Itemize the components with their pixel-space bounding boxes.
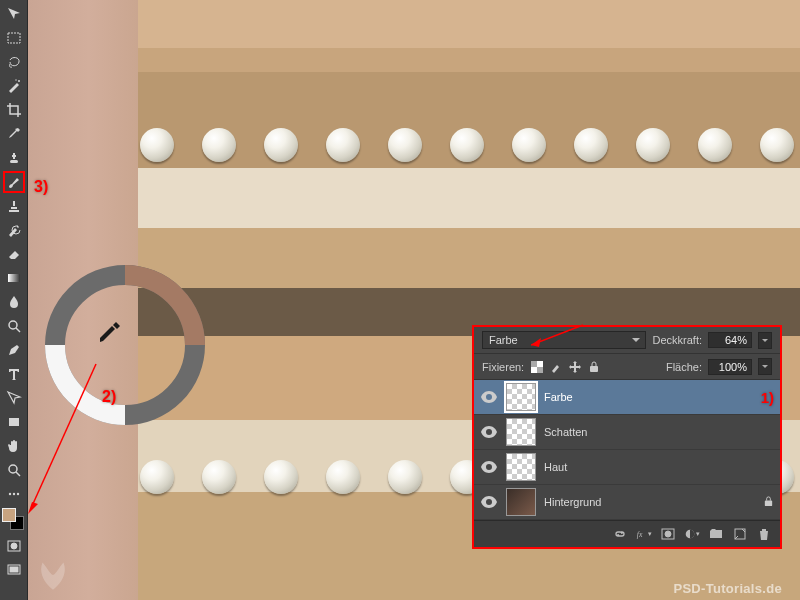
svg-point-10 [16, 493, 18, 495]
svg-rect-4 [8, 274, 20, 282]
lock-position-icon[interactable] [568, 360, 582, 374]
visibility-toggle-icon[interactable] [480, 496, 498, 508]
color-swatches[interactable] [2, 508, 26, 534]
hand-tool[interactable] [3, 435, 25, 457]
move-tool[interactable] [3, 3, 25, 25]
delete-layer-icon[interactable] [756, 526, 772, 542]
opacity-slider-button[interactable] [758, 332, 772, 349]
fill-label: Fläche: [666, 361, 702, 373]
layer-thumbnail[interactable] [506, 383, 536, 411]
svg-line-18 [531, 325, 583, 345]
layer-name[interactable]: Farbe [544, 391, 753, 403]
layer-thumbnail[interactable] [506, 453, 536, 481]
clone-stamp-tool[interactable] [3, 195, 25, 217]
layers-panel-footer: fx▾ ▾ [474, 520, 780, 547]
pearl [326, 460, 360, 494]
rectangle-tool[interactable] [3, 411, 25, 433]
zoom-tool[interactable] [3, 459, 25, 481]
pen-tool[interactable] [3, 339, 25, 361]
annotation-1: 1) [761, 389, 774, 406]
crop-tool[interactable] [3, 99, 25, 121]
svg-point-2 [15, 79, 16, 80]
svg-point-27 [665, 531, 671, 537]
svg-rect-14 [10, 567, 18, 572]
pearl [264, 460, 298, 494]
opacity-input[interactable]: 64% [708, 332, 752, 348]
pearl [202, 460, 236, 494]
svg-rect-24 [765, 500, 772, 506]
layer-row[interactable]: Schatten [474, 415, 780, 450]
layer-name[interactable]: Haut [544, 461, 774, 473]
screen-mode-toggle[interactable] [3, 559, 25, 581]
lock-label: Fixieren: [482, 361, 524, 373]
layer-name[interactable]: Hintergrund [544, 496, 755, 508]
blend-mode-dropdown[interactable]: Farbe [482, 331, 646, 349]
pearl [140, 128, 174, 162]
layer-thumbnail[interactable] [506, 488, 536, 516]
eraser-tool[interactable] [3, 243, 25, 265]
brush-tool[interactable] [3, 171, 25, 193]
svg-rect-23 [590, 366, 598, 372]
svg-rect-0 [8, 33, 20, 43]
foreground-color-swatch[interactable] [2, 508, 16, 522]
svg-rect-21 [531, 361, 537, 367]
dodge-tool[interactable] [3, 315, 25, 337]
pearl [264, 128, 298, 162]
spot-healing-brush-tool[interactable] [3, 147, 25, 169]
svg-point-7 [9, 465, 17, 473]
quick-mask-toggle[interactable] [3, 535, 25, 557]
pearl [450, 128, 484, 162]
watermark-logo [30, 553, 76, 595]
adjustment-layer-icon[interactable]: ▾ [684, 526, 700, 542]
pearl [140, 460, 174, 494]
opacity-label: Deckkraft: [652, 334, 702, 346]
edit-toolbar[interactable] [3, 483, 25, 505]
fill-input[interactable]: 100% [708, 359, 752, 375]
layer-mask-icon[interactable] [660, 526, 676, 542]
tools-toolbar [0, 0, 28, 600]
lock-image-icon[interactable] [549, 360, 563, 374]
svg-rect-6 [9, 418, 19, 426]
eyedropper-tool[interactable] [3, 123, 25, 145]
pearl [698, 128, 732, 162]
svg-point-1 [18, 80, 20, 82]
magic-wand-tool[interactable] [3, 75, 25, 97]
lasso-tool[interactable] [3, 51, 25, 73]
blend-mode-value: Farbe [489, 334, 518, 346]
visibility-toggle-icon[interactable] [480, 461, 498, 473]
layer-style-icon[interactable]: fx▾ [636, 526, 652, 542]
gradient-tool[interactable] [3, 267, 25, 289]
link-layers-icon[interactable] [612, 526, 628, 542]
annotation-arrow-1 [531, 320, 591, 350]
svg-text:fx: fx [637, 530, 643, 539]
pearl [326, 128, 360, 162]
svg-rect-3 [10, 160, 18, 163]
layer-name[interactable]: Schatten [544, 426, 774, 438]
svg-rect-22 [537, 367, 543, 373]
path-selection-tool[interactable] [3, 387, 25, 409]
color-sample-ring [40, 260, 210, 430]
watermark-text: PSD-Tutorials.de [673, 581, 782, 596]
layer-row[interactable]: Haut [474, 450, 780, 485]
layer-row[interactable]: Farbe 1) [474, 380, 780, 415]
pearl [388, 128, 422, 162]
annotation-2: 2) [102, 388, 116, 406]
visibility-toggle-icon[interactable] [480, 391, 498, 403]
fill-slider-button[interactable] [758, 358, 772, 375]
layer-group-icon[interactable] [708, 526, 724, 542]
visibility-toggle-icon[interactable] [480, 426, 498, 438]
pearl [760, 128, 794, 162]
svg-point-12 [11, 543, 17, 549]
pearl [574, 128, 608, 162]
pearl-row [140, 128, 800, 164]
layer-row[interactable]: Hintergrund [474, 485, 780, 520]
blur-tool[interactable] [3, 291, 25, 313]
layer-thumbnail[interactable] [506, 418, 536, 446]
history-brush-tool[interactable] [3, 219, 25, 241]
lock-transparency-icon[interactable] [530, 360, 544, 374]
new-layer-icon[interactable] [732, 526, 748, 542]
type-tool[interactable] [3, 363, 25, 385]
lock-all-icon[interactable] [587, 360, 601, 374]
lock-icon [763, 496, 774, 509]
rectangular-marquee-tool[interactable] [3, 27, 25, 49]
